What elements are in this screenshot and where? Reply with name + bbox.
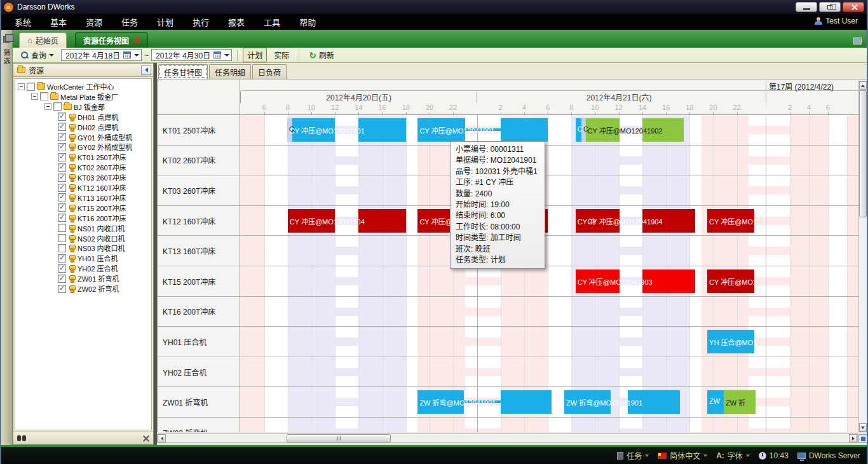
tree-checkbox[interactable] <box>58 193 66 201</box>
task-bar[interactable]: ZW 折 <box>724 390 756 414</box>
gantt-row-header[interactable]: YH02 压合机 <box>158 357 240 388</box>
tree-checkbox[interactable] <box>40 92 48 100</box>
gantt-row-header[interactable]: KT12 160T冲床 <box>158 206 240 236</box>
clear-icon[interactable] <box>143 435 149 442</box>
task-bar[interactable]: YH 压合@MO1 <box>707 330 754 353</box>
tree-item[interactable]: KT01 250T冲床 <box>15 152 126 162</box>
tree-item[interactable]: GY01 外桶成型机 <box>15 132 132 142</box>
chevron-down-icon[interactable] <box>134 54 139 57</box>
task-bar[interactable]: CY 冲压@MO1 <box>707 209 754 233</box>
collapsed-panel-strip[interactable]: 筛选 <box>1 30 13 445</box>
task-bar[interactable]: CY 冲 <box>576 209 586 233</box>
task-bar[interactable] <box>501 390 552 414</box>
tree-item[interactable]: WorkCenter 工作中心 <box>15 81 114 92</box>
tree-checkbox[interactable] <box>58 203 66 212</box>
horizontal-scrollbar[interactable] <box>157 433 858 443</box>
task-bar[interactable]: CY 冲压@MO12041903 <box>576 270 620 293</box>
tree-checkbox[interactable] <box>58 174 66 182</box>
tab-home[interactable]: ⌂ 起始页 <box>19 32 67 48</box>
plan-toggle-button[interactable]: 计划 <box>243 48 267 62</box>
tree-checkbox[interactable] <box>58 244 66 252</box>
scroll-up-arrow[interactable] <box>859 81 867 90</box>
tab-resource-task-view[interactable]: 资源任务视图 <box>75 32 148 48</box>
vertical-scroll-thumb[interactable] <box>859 90 867 217</box>
task-bar[interactable] <box>358 209 405 233</box>
tree-item[interactable]: BJ 钣金部 <box>15 102 105 112</box>
tree-checkbox[interactable] <box>58 153 66 161</box>
chevron-down-icon[interactable] <box>645 454 649 457</box>
tree-item[interactable]: KT12 160T冲床 <box>15 182 126 193</box>
task-bar[interactable]: CY 冲压@MO12041902 <box>586 118 620 142</box>
menu-item-7[interactable]: 工具 <box>254 14 290 30</box>
chevron-down-icon[interactable] <box>703 454 707 457</box>
vertical-scrollbar[interactable] <box>858 81 867 432</box>
actual-toggle-button[interactable]: 实际 <box>269 48 294 62</box>
tree-checkbox[interactable] <box>58 234 66 242</box>
status-item-1[interactable]: 简体中文 <box>658 450 707 461</box>
task-bar[interactable]: C <box>576 118 581 142</box>
calendar-icon[interactable] <box>123 51 131 58</box>
gantt-tab-1[interactable]: 任务明细 <box>209 64 251 79</box>
menu-item-5[interactable]: 执行 <box>183 14 219 30</box>
menu-item-2[interactable]: 资源 <box>76 14 112 30</box>
status-item-4[interactable]: DWorks Server <box>797 451 860 460</box>
tree-item[interactable]: ZW02 折弯机 <box>15 283 119 294</box>
tree-item[interactable]: KT15 200T冲床 <box>15 203 126 213</box>
scroll-right-arrow[interactable] <box>849 434 857 442</box>
gantt-row-header[interactable]: ZW01 折弯机 <box>158 387 240 418</box>
tree-checkbox[interactable] <box>58 184 66 192</box>
status-item-3[interactable]: 10:43 <box>759 451 789 460</box>
tree-item[interactable]: DH01 点焊机 <box>15 112 118 122</box>
tree-item[interactable]: NS01 内收口机 <box>15 223 125 233</box>
tree-checkbox[interactable] <box>58 143 66 151</box>
menu-item-8[interactable]: 帮助 <box>290 14 325 30</box>
tree-checkbox[interactable] <box>58 133 66 141</box>
menu-item-1[interactable]: 基本 <box>41 14 76 30</box>
tree-expander-icon[interactable] <box>44 103 51 110</box>
close-button[interactable] <box>843 2 864 12</box>
query-button[interactable]: 查询 <box>17 48 58 62</box>
gantt-row-header[interactable]: KT01 250T冲床 <box>158 115 240 146</box>
gantt-row-header[interactable]: ZW02 折弯机 <box>158 418 240 432</box>
chevron-down-icon[interactable] <box>224 54 229 57</box>
tree-item[interactable]: YH01 压合机 <box>15 253 118 263</box>
find-icon[interactable] <box>17 435 26 442</box>
gantt-row-header[interactable]: KT02 260T冲床 <box>158 146 240 176</box>
task-bar[interactable]: CY 冲压@MO12041904 <box>288 209 335 233</box>
tree-item[interactable]: NS03 内收口机 <box>15 243 125 253</box>
status-item-2[interactable]: A:字体 <box>716 450 750 461</box>
tree-checkbox[interactable] <box>53 102 62 111</box>
task-bar[interactable] <box>358 118 405 142</box>
tree-checkbox[interactable] <box>58 264 66 273</box>
tree-checkbox[interactable] <box>58 254 66 263</box>
task-bar[interactable]: ZW 折弯@MO12041901 <box>564 390 611 414</box>
tree-item[interactable]: ZW01 折弯机 <box>15 273 119 283</box>
tree-item[interactable]: Metal Plate 钣金厂 <box>15 92 118 102</box>
tree-item[interactable]: YH02 压合机 <box>15 263 118 273</box>
restore-button[interactable] <box>819 2 841 12</box>
gantt-row-header[interactable]: KT13 160T冲床 <box>158 236 240 266</box>
popout-corner-button[interactable] <box>858 434 867 443</box>
task-bar[interactable]: ZW <box>707 390 724 414</box>
date-to-field[interactable]: 2012年 4月30日 <box>151 49 232 61</box>
gantt-row-header[interactable]: KT15 200T冲床 <box>158 266 240 297</box>
collapse-panel-button[interactable] <box>141 65 151 75</box>
task-bar[interactable]: CY 冲压@MO12041901 <box>417 118 465 142</box>
task-bar[interactable]: C <box>287 118 292 142</box>
chevron-down-icon[interactable] <box>49 54 54 57</box>
status-item-0[interactable]: 任务 <box>617 450 649 461</box>
close-tab-icon[interactable] <box>134 38 140 43</box>
gantt-tab-0[interactable]: 任务甘特图 <box>158 64 208 79</box>
tree-checkbox[interactable] <box>58 123 66 131</box>
tree-item[interactable]: NS02 内收口机 <box>15 233 125 243</box>
tree-item[interactable]: KT02 260T冲床 <box>15 162 126 172</box>
tree-expander-icon[interactable] <box>31 93 38 100</box>
menu-item-4[interactable]: 计划 <box>147 14 183 30</box>
tree-checkbox[interactable] <box>58 113 66 121</box>
tree-item[interactable]: GY02 外桶成型机 <box>15 142 132 152</box>
tree-checkbox[interactable] <box>58 163 66 172</box>
gantt-row-header[interactable]: KT03 260T冲床 <box>158 175 240 206</box>
tree-item[interactable]: KT03 260T冲床 <box>15 172 126 182</box>
tree-checkbox[interactable] <box>58 224 66 232</box>
menu-item-6[interactable]: 报表 <box>219 14 254 30</box>
